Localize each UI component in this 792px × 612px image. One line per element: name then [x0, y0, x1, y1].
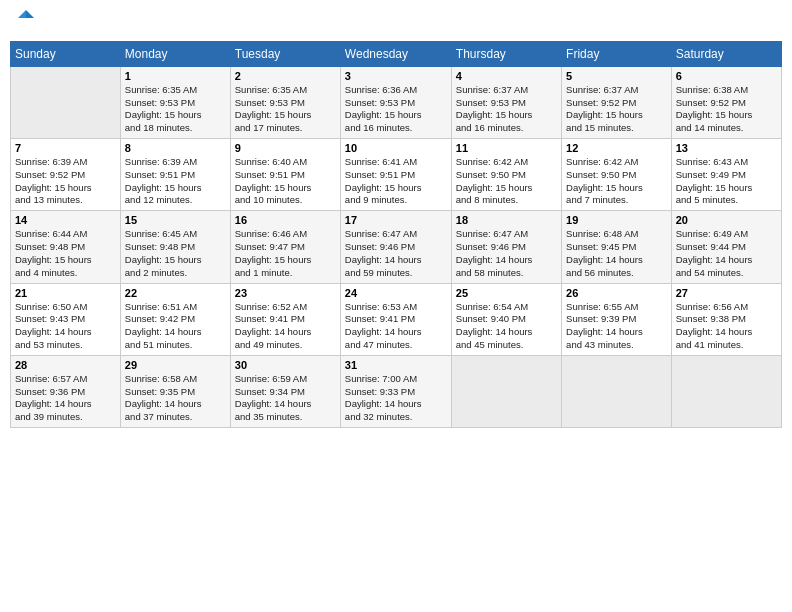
calendar-cell: 6Sunrise: 6:38 AM Sunset: 9:52 PM Daylig… — [671, 66, 781, 138]
day-info: Sunrise: 6:51 AM Sunset: 9:42 PM Dayligh… — [125, 301, 226, 352]
calendar-cell: 28Sunrise: 6:57 AM Sunset: 9:36 PM Dayli… — [11, 355, 121, 427]
day-info: Sunrise: 6:42 AM Sunset: 9:50 PM Dayligh… — [566, 156, 667, 207]
logo-text — [14, 10, 36, 33]
day-info: Sunrise: 6:39 AM Sunset: 9:52 PM Dayligh… — [15, 156, 116, 207]
day-info: Sunrise: 6:58 AM Sunset: 9:35 PM Dayligh… — [125, 373, 226, 424]
day-info: Sunrise: 6:39 AM Sunset: 9:51 PM Dayligh… — [125, 156, 226, 207]
day-info: Sunrise: 6:49 AM Sunset: 9:44 PM Dayligh… — [676, 228, 777, 279]
calendar-cell — [451, 355, 561, 427]
day-info: Sunrise: 6:44 AM Sunset: 9:48 PM Dayligh… — [15, 228, 116, 279]
calendar-cell: 29Sunrise: 6:58 AM Sunset: 9:35 PM Dayli… — [120, 355, 230, 427]
day-number: 27 — [676, 287, 777, 299]
day-info: Sunrise: 6:41 AM Sunset: 9:51 PM Dayligh… — [345, 156, 447, 207]
calendar-day-header: Friday — [562, 41, 672, 66]
calendar-cell: 22Sunrise: 6:51 AM Sunset: 9:42 PM Dayli… — [120, 283, 230, 355]
calendar-cell: 1Sunrise: 6:35 AM Sunset: 9:53 PM Daylig… — [120, 66, 230, 138]
calendar-cell: 26Sunrise: 6:55 AM Sunset: 9:39 PM Dayli… — [562, 283, 672, 355]
calendar-week-row: 14Sunrise: 6:44 AM Sunset: 9:48 PM Dayli… — [11, 211, 782, 283]
day-info: Sunrise: 6:36 AM Sunset: 9:53 PM Dayligh… — [345, 84, 447, 135]
day-info: Sunrise: 6:46 AM Sunset: 9:47 PM Dayligh… — [235, 228, 336, 279]
calendar-day-header: Sunday — [11, 41, 121, 66]
header — [10, 10, 782, 33]
calendar-day-header: Saturday — [671, 41, 781, 66]
day-info: Sunrise: 6:43 AM Sunset: 9:49 PM Dayligh… — [676, 156, 777, 207]
calendar-week-row: 21Sunrise: 6:50 AM Sunset: 9:43 PM Dayli… — [11, 283, 782, 355]
day-number: 7 — [15, 142, 116, 154]
calendar-cell: 7Sunrise: 6:39 AM Sunset: 9:52 PM Daylig… — [11, 139, 121, 211]
calendar-table: SundayMondayTuesdayWednesdayThursdayFrid… — [10, 41, 782, 428]
calendar-cell: 15Sunrise: 6:45 AM Sunset: 9:48 PM Dayli… — [120, 211, 230, 283]
calendar-cell: 11Sunrise: 6:42 AM Sunset: 9:50 PM Dayli… — [451, 139, 561, 211]
day-number: 3 — [345, 70, 447, 82]
calendar-week-row: 7Sunrise: 6:39 AM Sunset: 9:52 PM Daylig… — [11, 139, 782, 211]
calendar-day-header: Thursday — [451, 41, 561, 66]
calendar-cell: 21Sunrise: 6:50 AM Sunset: 9:43 PM Dayli… — [11, 283, 121, 355]
day-number: 18 — [456, 214, 557, 226]
day-number: 1 — [125, 70, 226, 82]
calendar-cell — [562, 355, 672, 427]
day-number: 12 — [566, 142, 667, 154]
logo-icon — [16, 8, 36, 28]
calendar-cell: 31Sunrise: 7:00 AM Sunset: 9:33 PM Dayli… — [340, 355, 451, 427]
calendar-cell: 8Sunrise: 6:39 AM Sunset: 9:51 PM Daylig… — [120, 139, 230, 211]
calendar-week-row: 1Sunrise: 6:35 AM Sunset: 9:53 PM Daylig… — [11, 66, 782, 138]
day-info: Sunrise: 6:59 AM Sunset: 9:34 PM Dayligh… — [235, 373, 336, 424]
day-number: 8 — [125, 142, 226, 154]
calendar-cell — [671, 355, 781, 427]
day-info: Sunrise: 6:35 AM Sunset: 9:53 PM Dayligh… — [125, 84, 226, 135]
calendar-day-header: Monday — [120, 41, 230, 66]
calendar-cell: 23Sunrise: 6:52 AM Sunset: 9:41 PM Dayli… — [230, 283, 340, 355]
day-info: Sunrise: 6:57 AM Sunset: 9:36 PM Dayligh… — [15, 373, 116, 424]
day-number: 9 — [235, 142, 336, 154]
day-info: Sunrise: 6:47 AM Sunset: 9:46 PM Dayligh… — [345, 228, 447, 279]
calendar-cell: 17Sunrise: 6:47 AM Sunset: 9:46 PM Dayli… — [340, 211, 451, 283]
day-number: 22 — [125, 287, 226, 299]
calendar-header-row: SundayMondayTuesdayWednesdayThursdayFrid… — [11, 41, 782, 66]
calendar-cell: 13Sunrise: 6:43 AM Sunset: 9:49 PM Dayli… — [671, 139, 781, 211]
day-number: 5 — [566, 70, 667, 82]
day-info: Sunrise: 6:52 AM Sunset: 9:41 PM Dayligh… — [235, 301, 336, 352]
day-number: 16 — [235, 214, 336, 226]
page: SundayMondayTuesdayWednesdayThursdayFrid… — [0, 0, 792, 612]
day-info: Sunrise: 6:56 AM Sunset: 9:38 PM Dayligh… — [676, 301, 777, 352]
day-number: 13 — [676, 142, 777, 154]
day-info: Sunrise: 7:00 AM Sunset: 9:33 PM Dayligh… — [345, 373, 447, 424]
day-number: 29 — [125, 359, 226, 371]
calendar-cell: 10Sunrise: 6:41 AM Sunset: 9:51 PM Dayli… — [340, 139, 451, 211]
day-number: 14 — [15, 214, 116, 226]
calendar-cell: 18Sunrise: 6:47 AM Sunset: 9:46 PM Dayli… — [451, 211, 561, 283]
day-info: Sunrise: 6:55 AM Sunset: 9:39 PM Dayligh… — [566, 301, 667, 352]
day-info: Sunrise: 6:47 AM Sunset: 9:46 PM Dayligh… — [456, 228, 557, 279]
day-number: 26 — [566, 287, 667, 299]
day-number: 2 — [235, 70, 336, 82]
day-number: 30 — [235, 359, 336, 371]
day-number: 21 — [15, 287, 116, 299]
day-number: 20 — [676, 214, 777, 226]
day-number: 10 — [345, 142, 447, 154]
calendar-cell — [11, 66, 121, 138]
logo — [14, 10, 36, 33]
day-info: Sunrise: 6:42 AM Sunset: 9:50 PM Dayligh… — [456, 156, 557, 207]
day-info: Sunrise: 6:50 AM Sunset: 9:43 PM Dayligh… — [15, 301, 116, 352]
calendar-day-header: Tuesday — [230, 41, 340, 66]
day-info: Sunrise: 6:37 AM Sunset: 9:53 PM Dayligh… — [456, 84, 557, 135]
day-number: 4 — [456, 70, 557, 82]
calendar-cell: 25Sunrise: 6:54 AM Sunset: 9:40 PM Dayli… — [451, 283, 561, 355]
calendar-day-header: Wednesday — [340, 41, 451, 66]
svg-marker-0 — [26, 10, 34, 18]
day-number: 6 — [676, 70, 777, 82]
calendar-cell: 9Sunrise: 6:40 AM Sunset: 9:51 PM Daylig… — [230, 139, 340, 211]
day-number: 11 — [456, 142, 557, 154]
day-number: 31 — [345, 359, 447, 371]
calendar-cell: 19Sunrise: 6:48 AM Sunset: 9:45 PM Dayli… — [562, 211, 672, 283]
calendar-week-row: 28Sunrise: 6:57 AM Sunset: 9:36 PM Dayli… — [11, 355, 782, 427]
day-number: 17 — [345, 214, 447, 226]
calendar-cell: 14Sunrise: 6:44 AM Sunset: 9:48 PM Dayli… — [11, 211, 121, 283]
day-number: 28 — [15, 359, 116, 371]
day-number: 25 — [456, 287, 557, 299]
calendar-cell: 16Sunrise: 6:46 AM Sunset: 9:47 PM Dayli… — [230, 211, 340, 283]
day-number: 23 — [235, 287, 336, 299]
calendar-cell: 20Sunrise: 6:49 AM Sunset: 9:44 PM Dayli… — [671, 211, 781, 283]
day-info: Sunrise: 6:35 AM Sunset: 9:53 PM Dayligh… — [235, 84, 336, 135]
day-number: 19 — [566, 214, 667, 226]
